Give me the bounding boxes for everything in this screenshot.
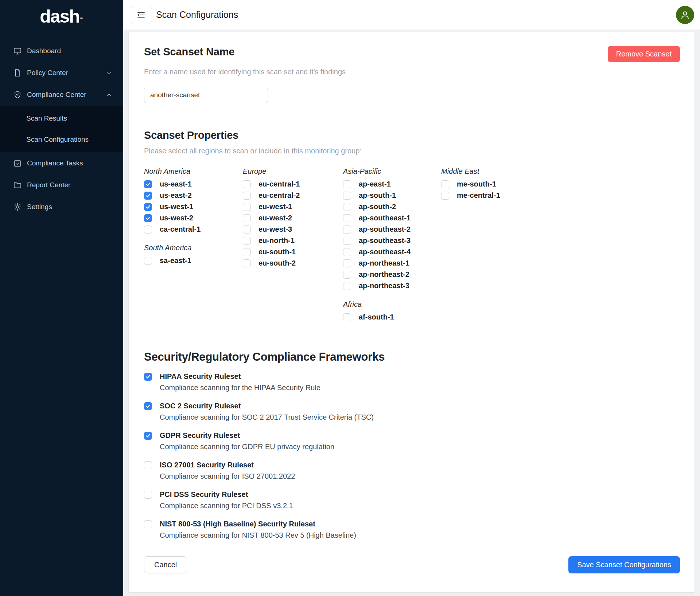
region-label: ap-south-1 [359, 191, 396, 200]
sidebar-item-dashboard[interactable]: Dashboard [0, 40, 123, 62]
checkbox[interactable] [343, 180, 351, 188]
monitor-icon [13, 47, 22, 55]
framework-row-pci-dss[interactable]: PCI DSS Security Ruleset [144, 490, 680, 499]
checkbox[interactable] [243, 192, 251, 200]
checkbox[interactable] [441, 180, 449, 188]
region-row-ap-southeast-4[interactable]: ap-southeast-4 [343, 248, 441, 256]
region-row-ca-central-1[interactable]: ca-central-1 [144, 225, 243, 234]
check-icon [145, 204, 151, 209]
checkbox[interactable] [144, 257, 152, 265]
region-label: eu-south-2 [258, 259, 296, 267]
checkbox[interactable] [144, 373, 152, 381]
region-group-north-america: North America us-east-1 us-east-2 [144, 167, 243, 234]
region-row-ap-northeast-2[interactable]: ap-northeast-2 [343, 270, 441, 279]
checkbox[interactable] [243, 214, 251, 222]
region-row-ap-northeast-1[interactable]: ap-northeast-1 [343, 259, 441, 267]
sidebar-item-report-center[interactable]: Report Center [0, 174, 123, 196]
region-row-ap-south-2[interactable]: ap-south-2 [343, 203, 441, 211]
checkbox[interactable] [144, 192, 152, 200]
framework-item-gdpr: GDPR Security Ruleset Compliance scannin… [144, 431, 680, 451]
checkbox[interactable] [144, 402, 152, 410]
checkbox[interactable] [144, 203, 152, 211]
check-icon [145, 433, 151, 438]
region-row-ap-southeast-3[interactable]: ap-southeast-3 [343, 236, 441, 245]
checkbox[interactable] [343, 271, 351, 279]
region-label: af-south-1 [359, 313, 394, 321]
region-row-eu-central-1[interactable]: eu-central-1 [243, 180, 343, 188]
checkbox[interactable] [144, 226, 152, 234]
user-avatar[interactable] [676, 6, 694, 24]
region-row-eu-central-2[interactable]: eu-central-2 [243, 191, 343, 200]
region-row-us-west-2[interactable]: us-west-2 [144, 214, 243, 222]
region-row-me-south-1[interactable]: me-south-1 [441, 180, 680, 188]
region-row-ap-south-1[interactable]: ap-south-1 [343, 191, 441, 200]
checkbox[interactable] [144, 180, 152, 188]
checkbox[interactable] [144, 491, 152, 499]
checkbox[interactable] [144, 461, 152, 469]
region-row-eu-north-1[interactable]: eu-north-1 [243, 236, 343, 245]
region-row-sa-east-1[interactable]: sa-east-1 [144, 256, 243, 265]
framework-row-gdpr[interactable]: GDPR Security Ruleset [144, 431, 680, 440]
region-group-name: Africa [343, 300, 441, 309]
region-row-eu-west-1[interactable]: eu-west-1 [243, 203, 343, 211]
region-label: eu-south-1 [258, 248, 296, 256]
sidebar-item-compliance-tasks[interactable]: Compliance Tasks [0, 152, 123, 174]
sidebar-item-label: Compliance Tasks [27, 159, 83, 167]
cancel-button[interactable]: Cancel [144, 556, 187, 573]
region-row-eu-west-3[interactable]: eu-west-3 [243, 225, 343, 234]
checkbox[interactable] [343, 214, 351, 222]
checkbox[interactable] [343, 313, 351, 321]
checkbox[interactable] [243, 226, 251, 234]
framework-row-iso27001[interactable]: ISO 27001 Security Ruleset [144, 461, 680, 469]
checkbox[interactable] [144, 432, 152, 440]
check-icon [145, 193, 151, 198]
checkbox[interactable] [343, 282, 351, 290]
region-row-us-east-2[interactable]: us-east-2 [144, 191, 243, 200]
region-row-ap-northeast-3[interactable]: ap-northeast-3 [343, 282, 441, 290]
checkbox[interactable] [343, 248, 351, 256]
sidebar: dash™ Dashboard Policy Center [0, 0, 123, 596]
checkbox[interactable] [343, 259, 351, 267]
framework-row-soc2[interactable]: SOC 2 Security Ruleset [144, 402, 680, 410]
checkbox[interactable] [343, 226, 351, 234]
sidebar-item-scan-configurations[interactable]: Scan Configurations [0, 129, 123, 150]
checkbox[interactable] [243, 248, 251, 256]
checkbox[interactable] [343, 203, 351, 211]
region-row-us-east-1[interactable]: us-east-1 [144, 180, 243, 188]
region-row-us-west-1[interactable]: us-west-1 [144, 203, 243, 211]
region-label: eu-central-2 [258, 191, 300, 200]
region-label: us-west-2 [160, 214, 193, 222]
logo: dash™ [0, 0, 123, 32]
region-row-ap-east-1[interactable]: ap-east-1 [343, 180, 441, 188]
scanset-name-input[interactable] [144, 87, 268, 103]
checkbox[interactable] [144, 520, 152, 528]
checkbox[interactable] [441, 192, 449, 200]
checkbox[interactable] [243, 180, 251, 188]
calendar-check-icon [13, 159, 22, 168]
region-row-ap-southeast-1[interactable]: ap-southeast-1 [343, 214, 441, 222]
framework-description: Compliance scanning for GDPR EU privacy … [160, 443, 680, 451]
region-row-ap-southeast-2[interactable]: ap-southeast-2 [343, 225, 441, 234]
region-row-eu-south-1[interactable]: eu-south-1 [243, 248, 343, 256]
sidebar-item-scan-results[interactable]: Scan Results [0, 108, 123, 129]
sidebar-item-compliance-center[interactable]: Compliance Center [0, 84, 123, 106]
framework-row-hipaa[interactable]: HIPAA Security Ruleset [144, 372, 680, 381]
save-scanset-configurations-button[interactable]: Save Scanset Configurations [568, 556, 680, 573]
checkbox[interactable] [243, 237, 251, 245]
region-row-me-central-1[interactable]: me-central-1 [441, 191, 680, 200]
sidebar-item-settings[interactable]: Settings [0, 196, 123, 218]
collapse-sidebar-button[interactable] [130, 6, 152, 24]
region-row-eu-south-2[interactable]: eu-south-2 [243, 259, 343, 267]
checkbox[interactable] [144, 214, 152, 222]
region-label: ap-south-2 [359, 203, 396, 211]
checkbox[interactable] [243, 259, 251, 267]
framework-row-nist-800-53[interactable]: NIST 800-53 (High Baseline) Security Rul… [144, 520, 680, 528]
region-row-af-south-1[interactable]: af-south-1 [343, 313, 441, 321]
checkbox[interactable] [243, 203, 251, 211]
sidebar-item-policy-center[interactable]: Policy Center [0, 62, 123, 84]
region-row-eu-west-2[interactable]: eu-west-2 [243, 214, 343, 222]
sidebar-item-label: Scan Configurations [26, 136, 89, 143]
checkbox[interactable] [343, 192, 351, 200]
checkbox[interactable] [343, 237, 351, 245]
remove-scanset-button[interactable]: Remove Scanset [608, 46, 680, 62]
